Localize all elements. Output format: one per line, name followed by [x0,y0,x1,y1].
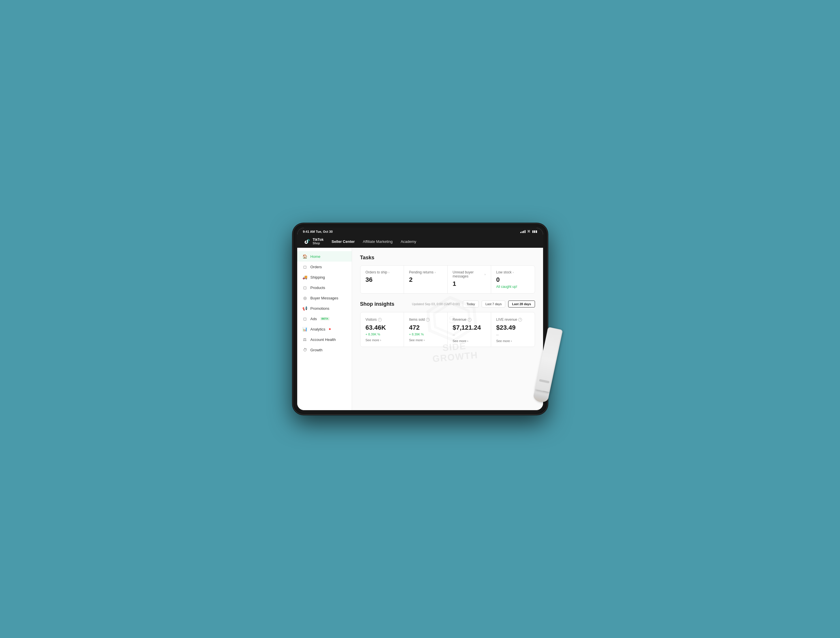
sidebar: 🏠 Home ◻ Orders 🚚 Shipping ◻ Products ◎ [297,248,352,410]
sidebar-label-ads: Ads [310,317,317,321]
sidebar-item-growth[interactable]: ⏱ Growth [297,345,352,355]
insights-updated: Updated Sep 03, 0:00 (GMT-0:00) [412,302,460,306]
watermark-line2: GROWTH [432,350,478,364]
sidebar-item-analytics[interactable]: 📊 Analytics [297,324,352,334]
metric-live-revenue-label: LIVE revenue ? [496,317,530,322]
logo-name: TikTok [313,238,324,242]
items-sold-info-icon[interactable]: ? [426,318,430,322]
sidebar-label-products: Products [310,286,325,290]
metric-visitors-change: + 8.39K % [365,333,399,336]
sidebar-item-buyer-messages[interactable]: ◎ Buyer Messages [297,293,352,303]
metric-visitors-value: 63.46K [365,324,399,332]
nav-seller-center[interactable]: Seller Center [332,239,354,244]
sidebar-item-orders[interactable]: ◻ Orders [297,262,352,272]
sidebar-item-home[interactable]: 🏠 Home [297,251,352,262]
metric-revenue-dash: -- [453,333,486,337]
revenue-info-icon[interactable]: ? [468,318,471,322]
see-more-live-revenue[interactable]: See more › [496,339,530,343]
chevron-right-icon-1: › [424,339,424,342]
metric-revenue: Revenue ? $7,121.24 -- See more › [448,313,491,347]
growth-icon: ⏱ [302,347,308,352]
arrow-icon-0: › [388,271,389,274]
task-low-stock[interactable]: Low stock › 0 All caught up! [491,265,535,293]
home-icon: 🏠 [302,254,308,259]
metric-live-revenue-value: $23.49 [496,324,530,332]
arrow-icon-2: › [484,273,486,276]
status-time: 9:41 AM Tue, Oct 30 [303,230,333,233]
metric-items-sold-value: 472 [409,324,442,332]
sidebar-item-promotions[interactable]: 📢 Promotions [297,303,352,314]
battery-icon: ▮▮▮ [532,230,537,233]
task-messages-label: Unread buyer messages › [453,270,486,278]
task-low-stock-label: Low stock › [496,270,530,274]
sidebar-label-account-health: Account Health [310,338,336,342]
main-area: 🏠 Home ◻ Orders 🚚 Shipping ◻ Products ◎ [297,248,543,410]
metric-visitors: Visitors ? 63.46K + 8.39K % See more › [361,313,404,347]
period-today[interactable]: Today [463,300,479,308]
analytics-icon: 📊 [302,327,308,332]
orders-icon: ◻ [302,264,308,269]
see-more-visitors[interactable]: See more › [365,338,399,342]
visitors-info-icon[interactable]: ? [378,318,382,322]
messages-icon: ◎ [302,295,308,300]
arrow-icon-3: › [513,271,514,274]
chevron-right-icon-2: › [467,340,468,343]
sidebar-label-analytics: Analytics [310,327,326,332]
nav-academy[interactable]: Academy [400,239,416,244]
insights-controls: Updated Sep 03, 0:00 (GMT-0:00) Today La… [412,300,535,308]
logo-subtitle: Shop [313,242,324,245]
task-buyer-messages[interactable]: Unread buyer messages › 1 [448,265,491,293]
arrow-icon-1: › [435,271,435,274]
sidebar-label-home: Home [310,254,321,259]
metric-revenue-value: $7,121.24 [453,324,486,332]
insights-header: Shop insights Updated Sep 03, 0:00 (GMT-… [360,300,535,308]
sidebar-item-shipping[interactable]: 🚚 Shipping [297,272,352,283]
metric-items-sold-label: Items sold ? [409,317,442,322]
account-health-icon: ⚖ [302,337,308,342]
products-icon: ◻ [302,285,308,290]
status-icons: ⌘ ▮▮▮ [520,230,537,233]
beta-badge: BETA [320,317,329,321]
nav-affiliate-marketing[interactable]: Affiliate Marketing [363,239,392,244]
wifi-icon: ⌘ [527,230,530,233]
metric-visitors-label: Visitors ? [365,317,399,322]
sidebar-label-promotions: Promotions [310,306,329,311]
shipping-icon: 🚚 [302,275,308,280]
analytics-notification-dot [329,328,331,330]
sidebar-label-orders: Orders [310,265,322,269]
see-more-items-sold[interactable]: See more › [409,338,442,342]
chevron-right-icon-3: › [511,340,512,343]
sidebar-label-growth: Growth [310,348,323,352]
tablet-screen: 9:41 AM Tue, Oct 30 ⌘ ▮▮▮ [297,228,543,410]
task-returns-value: 2 [409,276,442,284]
sidebar-label-shipping: Shipping [310,275,325,280]
task-messages-value: 1 [453,280,486,287]
metric-revenue-label: Revenue ? [453,317,486,322]
signal-icon [520,230,525,233]
task-orders-to-ship[interactable]: Orders to ship › 36 [361,265,404,293]
insights-title: Shop insights [360,301,394,307]
metrics-grid: Visitors ? 63.46K + 8.39K % See more › [360,312,535,347]
main-content: S SIDE GROWTH Tasks Orders to ship › 36 [352,248,543,410]
pencil-button [539,379,549,383]
sidebar-label-buyer-messages: Buyer Messages [310,296,339,300]
sidebar-item-account-health[interactable]: ⚖ Account Health [297,334,352,345]
task-low-stock-value: 0 [496,276,530,284]
status-bar: 9:41 AM Tue, Oct 30 ⌘ ▮▮▮ [297,228,543,235]
task-orders-value: 36 [365,276,399,284]
metric-live-revenue-dash: -- [496,333,530,337]
see-more-revenue[interactable]: See more › [453,339,486,343]
period-28days[interactable]: Last 28 days [508,300,535,308]
sidebar-item-ads[interactable]: ◻ Ads BETA [297,314,352,324]
task-orders-label: Orders to ship › [365,270,399,274]
sidebar-item-products[interactable]: ◻ Products [297,283,352,293]
live-revenue-info-icon[interactable]: ? [518,318,522,322]
caught-up-message: All caught up! [496,285,530,289]
logo[interactable]: TikTok Shop [303,237,324,245]
task-pending-returns[interactable]: Pending returns › 2 [404,265,448,293]
tasks-title: Tasks [360,255,535,261]
period-7days[interactable]: Last 7 days [482,300,505,308]
promotions-icon: 📢 [302,306,308,311]
metric-live-revenue: LIVE revenue ? $23.49 -- See more › [491,313,535,347]
top-navigation: TikTok Shop Seller Center Affiliate Mark… [297,235,543,248]
